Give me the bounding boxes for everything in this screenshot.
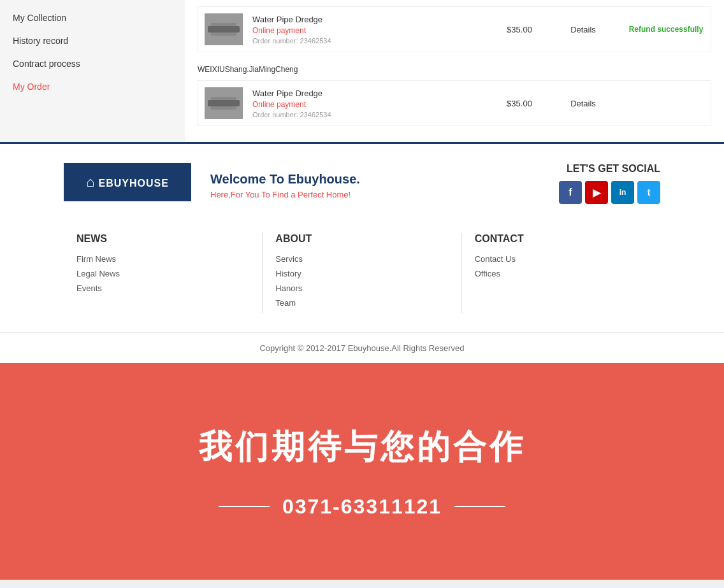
order-status: Refund successfully	[628, 25, 704, 34]
sidebar-item-history[interactable]: History record	[0, 29, 185, 52]
news-item-events[interactable]: Events	[76, 283, 249, 293]
sidebar-item-contract[interactable]: Contract process	[0, 52, 185, 75]
news-item-firm[interactable]: Firm News	[76, 254, 249, 264]
svg-rect-1	[208, 26, 240, 32]
order-price-2: $35.00	[500, 99, 539, 108]
youtube-icon[interactable]: ▶	[585, 181, 608, 204]
order-details: Water Pipe Dredge Online payment Order n…	[252, 15, 500, 45]
phone-decoration-left	[219, 506, 270, 507]
footer-subtitle: Here,For You To Find a Perfect Home!	[210, 190, 360, 199]
order-group-1: Water Pipe Dredge Online payment Order n…	[198, 6, 711, 52]
footer-col-contact: CONTACT Contact Us Offices	[462, 233, 660, 313]
contact-title: CONTACT	[475, 233, 648, 245]
svg-rect-7	[211, 106, 236, 110]
about-item-hanors[interactable]: Hanors	[275, 283, 448, 293]
contact-item-offices[interactable]: Offices	[475, 269, 648, 278]
footer-welcome-area: Welcome To Ebuyhouse. Here,For You To Fi…	[210, 172, 360, 199]
order-action-2[interactable]: Details	[558, 99, 609, 108]
svg-rect-2	[211, 23, 236, 26]
product-name-2: Water Pipe Dredge	[252, 89, 500, 98]
order-action[interactable]: Details	[558, 25, 609, 34]
order-details-2: Water Pipe Dredge Online payment Order n…	[252, 89, 500, 118]
order-price: $35.00	[500, 25, 539, 34]
about-title: ABOUT	[275, 233, 448, 245]
news-item-legal[interactable]: Legal News	[76, 269, 249, 278]
top-section: My Collection History record Contract pr…	[0, 0, 724, 142]
footer-nav: NEWS Firm News Legal News Events ABOUT S…	[0, 227, 724, 332]
contact-item-contactus[interactable]: Contact Us	[475, 254, 648, 264]
svg-rect-5	[208, 100, 240, 106]
footer-col-about: ABOUT Servics History Hanors Team	[263, 233, 461, 313]
svg-rect-6	[211, 97, 236, 100]
social-icons: f ▶ in t	[559, 181, 660, 204]
footer-col-news: NEWS Firm News Legal News Events	[64, 233, 263, 313]
twitter-icon[interactable]: t	[637, 181, 660, 204]
footer-logo: ⌂ EBUYHOUSE	[64, 163, 191, 201]
main-content: Water Pipe Dredge Online payment Order n…	[185, 0, 724, 142]
group-header: WEIXIUShang.JiaMingCheng	[198, 62, 711, 77]
about-item-team[interactable]: Team	[275, 298, 448, 308]
red-section: 我们期待与您的合作 0371-63311121	[0, 363, 724, 580]
footer-top: ⌂ EBUYHOUSE Welcome To Ebuyhouse. Here,F…	[0, 144, 724, 227]
about-item-services[interactable]: Servics	[275, 254, 448, 264]
sidebar: My Collection History record Contract pr…	[0, 0, 185, 142]
about-item-history[interactable]: History	[275, 269, 448, 278]
footer-copyright: Copyright © 2012-2017 Ebuyhouse.All Righ…	[259, 343, 464, 353]
sidebar-item-order[interactable]: My Order	[0, 75, 185, 98]
social-title: LET'S GET SOCIAL	[559, 163, 660, 175]
product-image-2	[205, 87, 243, 119]
footer-social: LET'S GET SOCIAL f ▶ in t	[559, 163, 660, 204]
order-number: Order number: 23462534	[252, 37, 500, 45]
product-image	[205, 13, 243, 45]
footer-welcome-title: Welcome To Ebuyhouse.	[210, 172, 360, 187]
phone-number: 0371-63311121	[282, 495, 442, 519]
phone-line: 0371-63311121	[219, 495, 505, 519]
table-row: Water Pipe Dredge Online payment Order n…	[198, 80, 711, 126]
linkedin-icon[interactable]: in	[611, 181, 634, 204]
sidebar-item-collection[interactable]: My Collection	[0, 6, 185, 29]
phone-decoration-right	[454, 506, 505, 507]
product-name: Water Pipe Dredge	[252, 15, 500, 24]
payment-type: Online payment	[252, 26, 500, 35]
facebook-icon[interactable]: f	[559, 181, 582, 204]
order-group-2: WEIXIUShang.JiaMingCheng Water Pipe Dred…	[198, 62, 711, 126]
order-number-2: Order number: 23462534	[252, 111, 500, 118]
footer: ⌂ EBUYHOUSE Welcome To Ebuyhouse. Here,F…	[0, 142, 724, 363]
chinese-heading: 我们期待与您的合作	[199, 425, 526, 470]
svg-rect-3	[211, 32, 236, 36]
payment-type-2: Online payment	[252, 100, 500, 109]
table-row: Water Pipe Dredge Online payment Order n…	[198, 6, 711, 52]
news-title: NEWS	[76, 233, 249, 245]
footer-bottom: Copyright © 2012-2017 Ebuyhouse.All Righ…	[0, 332, 724, 363]
